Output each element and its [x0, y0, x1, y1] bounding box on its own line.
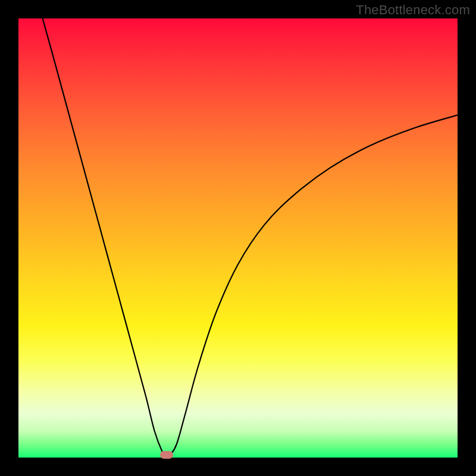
optimal-point-marker: [160, 451, 173, 459]
bottleneck-curve: [18, 18, 458, 458]
attribution-label: TheBottleneck.com: [356, 2, 470, 18]
chart-plot-area: [18, 18, 458, 458]
curve-left-branch: [43, 18, 166, 455]
curve-right-branch: [170, 115, 458, 455]
